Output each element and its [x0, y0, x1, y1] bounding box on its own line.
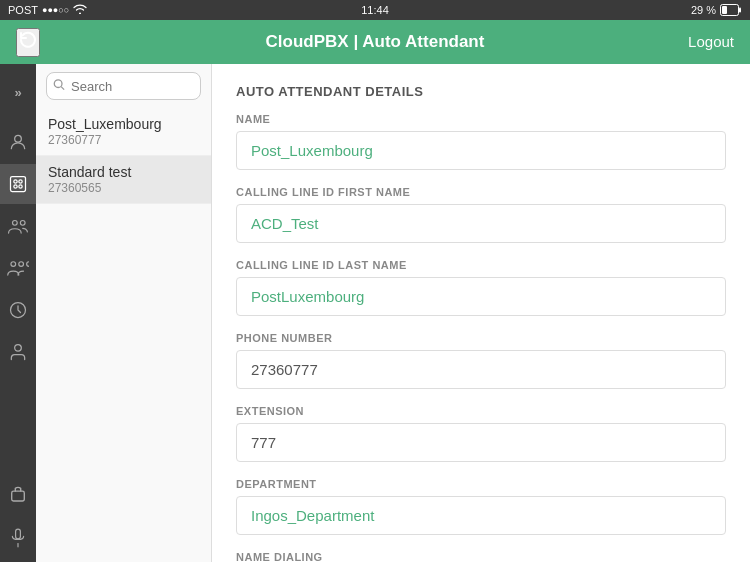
- svg-rect-16: [12, 491, 25, 501]
- page-title: CloudPBX | Auto Attendant: [266, 32, 485, 52]
- list-panel: Post_Luxembourg 27360777 Standard test 2…: [36, 64, 212, 562]
- sidebar-item-mic[interactable]: [0, 518, 36, 558]
- svg-point-10: [20, 221, 25, 226]
- svg-point-6: [19, 180, 22, 183]
- svg-rect-2: [739, 8, 741, 13]
- carrier-label: POST: [8, 4, 38, 16]
- lock-icon: [9, 482, 27, 502]
- sidebar-item-groups[interactable]: [0, 206, 36, 246]
- fields-container: NAME Post_Luxembourg CALLING LINE ID FIR…: [236, 113, 726, 562]
- svg-rect-17: [16, 529, 21, 539]
- signal-icon: ●●●○○: [42, 5, 69, 15]
- field-value: ACD_Test: [236, 204, 726, 243]
- sidebar-item-people[interactable]: [0, 248, 36, 288]
- field-value: 777: [236, 423, 726, 462]
- profile-icon: [8, 132, 28, 152]
- search-input[interactable]: [46, 72, 201, 100]
- list-item[interactable]: Post_Luxembourg 27360777: [36, 108, 211, 156]
- svg-point-12: [19, 262, 24, 267]
- field-label: PHONE NUMBER: [236, 332, 726, 344]
- svg-point-3: [15, 135, 22, 142]
- groups-icon: [7, 216, 29, 236]
- field-value: 27360777: [236, 350, 726, 389]
- list-item-number: 27360777: [48, 133, 199, 147]
- people-icon: [7, 258, 29, 278]
- sidebar-item-lock[interactable]: [0, 472, 36, 512]
- status-bar: POST ●●●○○ 11:44 29 %: [0, 0, 750, 20]
- battery-label: 29 %: [691, 4, 716, 16]
- field-value: Post_Luxembourg: [236, 131, 726, 170]
- list-item-name: Standard test: [48, 164, 199, 180]
- logout-button[interactable]: Logout: [688, 33, 734, 50]
- sidebar-item-clock[interactable]: [0, 290, 36, 330]
- svg-point-8: [19, 185, 22, 188]
- field-group: CALLING LINE ID FIRST NAME ACD_Test: [236, 186, 726, 243]
- svg-rect-1: [722, 6, 727, 14]
- field-group: DEPARTMENT Ingos_Department: [236, 478, 726, 535]
- svg-point-11: [11, 262, 16, 267]
- field-group: NAME Post_Luxembourg: [236, 113, 726, 170]
- section-title: AUTO ATTENDANT DETAILS: [236, 84, 726, 99]
- field-label: DEPARTMENT: [236, 478, 726, 490]
- sidebar-item-profile[interactable]: [0, 122, 36, 162]
- field-label: NAME DIALING: [236, 551, 726, 562]
- search-container: [36, 64, 211, 108]
- mic-icon: [10, 528, 26, 548]
- field-group: PHONE NUMBER 27360777: [236, 332, 726, 389]
- svg-point-19: [54, 80, 62, 88]
- field-group: NAME DIALING Last Name + First Name: [236, 551, 726, 562]
- auto-attendant-icon: [8, 174, 28, 194]
- svg-point-9: [13, 221, 18, 226]
- main-layout: »: [0, 64, 750, 562]
- field-label: NAME: [236, 113, 726, 125]
- detail-panel: AUTO ATTENDANT DETAILS NAME Post_Luxembo…: [212, 64, 750, 562]
- list-items: Post_Luxembourg 27360777 Standard test 2…: [36, 108, 211, 204]
- clock-icon: [8, 300, 28, 320]
- field-label: CALLING LINE ID LAST NAME: [236, 259, 726, 271]
- svg-point-5: [14, 180, 17, 183]
- sidebar-item-auto-attendant[interactable]: [0, 164, 36, 204]
- sidebar-item-user[interactable]: [0, 332, 36, 372]
- field-label: EXTENSION: [236, 405, 726, 417]
- icon-sidebar: »: [0, 64, 36, 562]
- svg-rect-4: [11, 177, 26, 192]
- list-item-number: 27360565: [48, 181, 199, 195]
- refresh-button[interactable]: [16, 28, 40, 57]
- sidebar-item-expand[interactable]: »: [0, 72, 36, 112]
- battery-icon: [720, 4, 742, 16]
- wifi-icon: [73, 4, 87, 16]
- field-value: PostLuxembourg: [236, 277, 726, 316]
- svg-point-7: [14, 185, 17, 188]
- field-value: Ingos_Department: [236, 496, 726, 535]
- list-item-name: Post_Luxembourg: [48, 116, 199, 132]
- svg-line-20: [61, 87, 64, 90]
- top-nav: CloudPBX | Auto Attendant Logout: [0, 20, 750, 64]
- svg-point-15: [15, 345, 22, 352]
- list-item[interactable]: Standard test 27360565: [36, 156, 211, 204]
- svg-point-13: [27, 262, 29, 267]
- user-icon: [8, 342, 28, 362]
- field-group: EXTENSION 777: [236, 405, 726, 462]
- search-icon: [53, 79, 65, 94]
- time-label: 11:44: [361, 4, 389, 16]
- field-label: CALLING LINE ID FIRST NAME: [236, 186, 726, 198]
- field-group: CALLING LINE ID LAST NAME PostLuxembourg: [236, 259, 726, 316]
